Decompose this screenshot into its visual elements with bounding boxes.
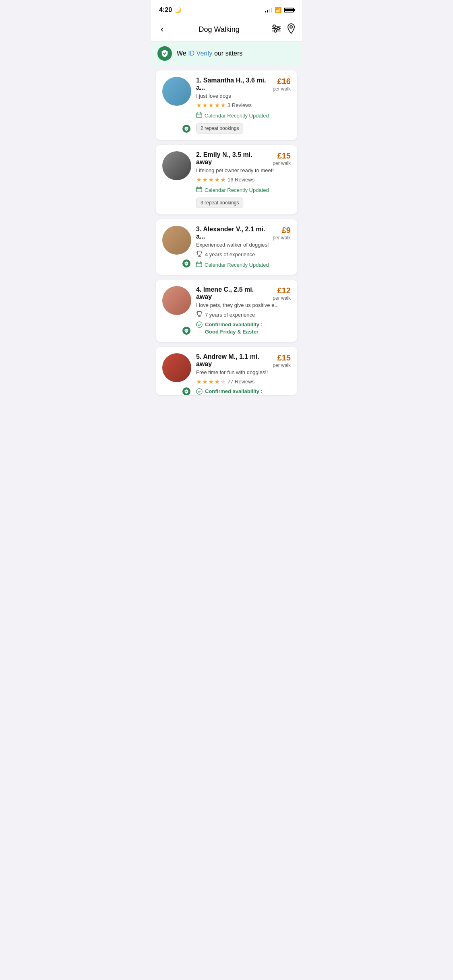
avatar-wrap [162, 151, 191, 208]
reviews-count: 77 Reviews [228, 379, 254, 385]
sitter-card-inner: 3. Alexander V., 2.1 mi. a... £9 per wal… [162, 226, 291, 268]
sitter-card-inner: 1. Samantha H., 3.6 mi. a... £16 per wal… [162, 77, 291, 134]
sitter-card[interactable]: 4. Imene C., 2.5 mi. away £12 per walk I… [156, 280, 297, 342]
sitter-card[interactable]: 1. Samantha H., 3.6 mi. a... £16 per wal… [156, 70, 297, 140]
sitter-name: 5. Andrew M., 1.1 mi. away [196, 353, 269, 368]
id-verify-link[interactable]: ID Verify [188, 50, 212, 57]
star-icon: ★ [208, 176, 214, 183]
moon-icon: 🌙 [174, 7, 181, 13]
verified-badge [182, 387, 190, 395]
sitter-name: 4. Imene C., 2.5 mi. away [196, 286, 269, 301]
check-circle-icon [196, 388, 203, 395]
sitter-price: £12 [277, 286, 291, 295]
page-title: Dog Walking [199, 25, 239, 34]
svg-point-6 [290, 26, 292, 28]
verified-badge [182, 125, 190, 133]
sitter-card[interactable]: 3. Alexander V., 2.1 mi. a... £9 per wal… [156, 219, 297, 275]
star-icon: ★ [196, 176, 202, 183]
sitter-info: 1. Samantha H., 3.6 mi. a... £16 per wal… [196, 77, 291, 134]
sitter-info: 4. Imene C., 2.5 mi. away £12 per walk I… [196, 286, 291, 336]
star-icon: ★ [214, 378, 220, 385]
sitter-price: £9 [282, 226, 291, 235]
svg-point-23 [197, 322, 202, 327]
experience-text: 4 years of experience [205, 251, 255, 257]
calendar-text: Calendar Recently Updated [205, 262, 269, 268]
sitter-name: 2. Emily N., 3.5 mi. away [196, 151, 269, 166]
avatar [162, 226, 191, 255]
experience-row: 4 years of experience [196, 250, 291, 258]
sitter-tagline: I just love dogs [196, 93, 291, 99]
sitter-price-block: £12 per walk [273, 286, 291, 301]
confirmed-availability-row: Confirmed availability : [196, 388, 291, 395]
experience-row: 7 years of experience [196, 311, 291, 319]
sitter-list: 1. Samantha H., 3.6 mi. a... £16 per wal… [151, 66, 302, 400]
calendar-row: Calendar Recently Updated [196, 112, 291, 119]
verified-badge [182, 327, 190, 335]
star-icon: ★ [208, 101, 214, 109]
calendar-icon [196, 112, 202, 119]
sitter-header-row: 4. Imene C., 2.5 mi. away £12 per walk [196, 286, 291, 301]
sitter-price: £16 [277, 77, 291, 86]
verified-badge [182, 259, 190, 268]
id-verify-text: We ID Verify our sitters [177, 50, 242, 57]
star-icon: ★ [208, 378, 214, 385]
calendar-row: Calendar Recently Updated [196, 261, 291, 268]
star-icon: ★ [220, 176, 226, 183]
nav-actions [271, 23, 296, 36]
status-time: 4:20 [159, 6, 172, 14]
sitter-price: £15 [277, 353, 291, 362]
sitter-card[interactable]: 5. Andrew M., 1.1 mi. away £15 per walk … [156, 347, 297, 395]
sitter-card-inner: 5. Andrew M., 1.1 mi. away £15 per walk … [162, 353, 291, 395]
sitter-card-inner: 2. Emily N., 3.5 mi. away £15 per walk L… [162, 151, 291, 208]
star-icon: ★ [214, 101, 220, 109]
star-icon: ★ [220, 378, 226, 385]
sitter-name: 1. Samantha H., 3.6 mi. a... [196, 77, 269, 91]
sitter-info: 2. Emily N., 3.5 mi. away £15 per walk L… [196, 151, 291, 208]
reviews-count: 3 Reviews [228, 102, 252, 108]
avatar [162, 151, 191, 180]
svg-rect-17 [197, 262, 202, 267]
back-button[interactable]: ‹ [157, 23, 167, 36]
sitter-info: 5. Andrew M., 1.1 mi. away £15 per walk … [196, 353, 291, 395]
sitter-tagline: Experienced walker of doggies! [196, 242, 291, 248]
sitter-card[interactable]: 2. Emily N., 3.5 mi. away £15 per walk L… [156, 145, 297, 214]
id-verify-banner: We ID Verify our sitters [151, 41, 302, 66]
svg-rect-11 [197, 187, 202, 192]
sitter-per-unit: per walk [273, 86, 291, 92]
star-icon: ★ [196, 101, 202, 109]
experience-text: 7 years of experience [205, 312, 255, 318]
sitter-tagline: Lifelong pet owner ready to meet! [196, 167, 291, 173]
sitter-header-row: 2. Emily N., 3.5 mi. away £15 per walk [196, 151, 291, 166]
avatar [162, 77, 191, 106]
star-icon: ★ [196, 378, 202, 385]
avatar-wrap [162, 286, 191, 336]
avatar [162, 286, 191, 315]
sitter-price: £15 [277, 151, 291, 160]
star-icon: ★ [202, 101, 208, 109]
signal-icon [265, 8, 272, 12]
calendar-text: Calendar Recently Updated [205, 187, 269, 193]
location-icon[interactable] [287, 23, 296, 36]
repeat-badge: 2 repeat bookings [196, 123, 243, 134]
calendar-text: Calendar Recently Updated [205, 113, 269, 119]
star-icon: ★ [202, 378, 208, 385]
avatar [162, 353, 191, 382]
filter-icon[interactable] [271, 25, 281, 35]
sitter-header-row: 3. Alexander V., 2.1 mi. a... £9 per wal… [196, 226, 291, 241]
stars-row: ★★★★★3 Reviews [196, 101, 291, 109]
confirmed-text: Confirmed availability :Good Friday & Ea… [205, 321, 263, 336]
sitter-card-inner: 4. Imene C., 2.5 mi. away £12 per walk I… [162, 286, 291, 336]
svg-point-3 [273, 25, 275, 27]
shield-icon [157, 46, 172, 61]
svg-point-4 [277, 27, 279, 30]
sitter-info: 3. Alexander V., 2.1 mi. a... £9 per wal… [196, 226, 291, 268]
sitter-header-row: 5. Andrew M., 1.1 mi. away £15 per walk [196, 353, 291, 368]
trophy-icon [196, 250, 203, 258]
badge-row: 2 repeat bookings [196, 123, 291, 134]
calendar-icon [196, 261, 202, 268]
trophy-icon [196, 311, 203, 319]
svg-point-24 [197, 389, 202, 394]
sitter-price-block: £16 per walk [273, 77, 291, 92]
repeat-badge: 3 repeat bookings [196, 198, 243, 208]
stars-row: ★★★★★16 Reviews [196, 176, 291, 183]
